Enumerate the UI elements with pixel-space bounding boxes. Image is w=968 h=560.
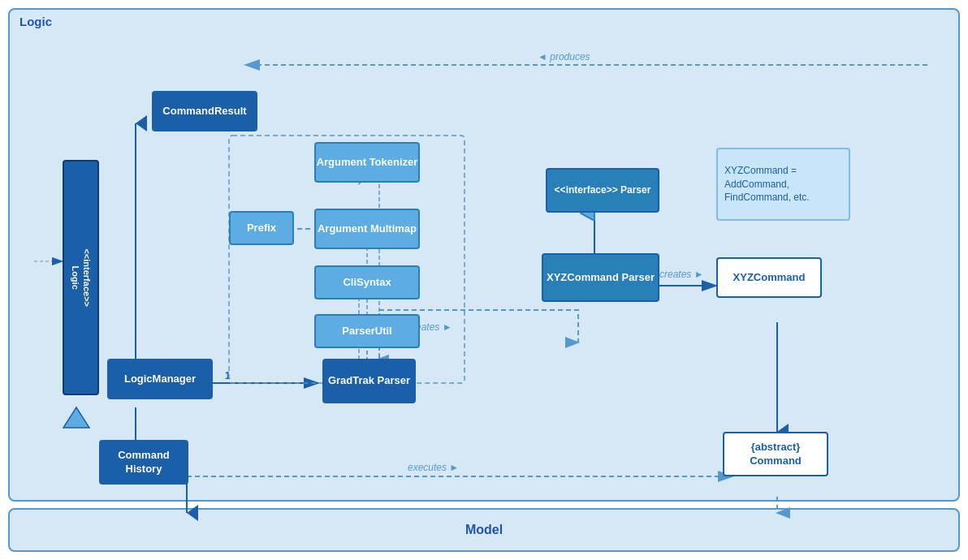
xyz-command-label: XYZCommand bbox=[733, 271, 806, 285]
cli-syntax-box: CliSyntax bbox=[314, 265, 420, 299]
cli-syntax-label: CliSyntax bbox=[343, 276, 391, 290]
prefix-label: Prefix bbox=[247, 222, 276, 235]
command-history-box: Command History bbox=[99, 440, 188, 485]
xyz-command-box: XYZCommand bbox=[716, 257, 822, 298]
command-history-label: Command History bbox=[101, 449, 187, 476]
svg-marker-12 bbox=[63, 407, 89, 428]
interface-parser-box: <<interface>> Parser bbox=[546, 168, 659, 213]
prefix-box: Prefix bbox=[229, 211, 294, 245]
note-label: XYZCommand = AddCommand, FindCommand, et… bbox=[724, 164, 810, 205]
creates2-label: creates ► bbox=[659, 269, 704, 280]
interface-logic-box: <<interface>>Logic bbox=[63, 160, 99, 395]
parser-util-box: ParserUtil bbox=[314, 314, 420, 348]
logic-manager-box: LogicManager bbox=[107, 359, 213, 399]
diagram-container: Logic bbox=[0, 0, 968, 560]
note-box: XYZCommand = AddCommand, FindCommand, et… bbox=[716, 148, 850, 221]
logic-box: Logic bbox=[8, 8, 960, 502]
abstract-command-label: {abstract} Command bbox=[724, 441, 827, 468]
abstract-command-box: {abstract} Command bbox=[723, 432, 828, 476]
argument-tokenizer-box: Argument Tokenizer bbox=[314, 142, 420, 183]
xyz-command-parser-label: XYZCommand Parser bbox=[547, 271, 655, 285]
gradtrak-parser-label: GradTrak Parser bbox=[328, 374, 410, 388]
argument-tokenizer-label: Argument Tokenizer bbox=[317, 156, 418, 170]
argument-multimap-box: Argument Multimap bbox=[314, 209, 420, 249]
command-result-label: CommandResult bbox=[162, 105, 246, 118]
executes-label: executes ► bbox=[408, 462, 459, 473]
model-label: Model bbox=[465, 523, 503, 537]
logic-label: Logic bbox=[19, 15, 52, 28]
logic-manager-label: LogicManager bbox=[124, 373, 196, 386]
command-result-box: CommandResult bbox=[152, 91, 257, 131]
gradtrak-parser-box: GradTrak Parser bbox=[322, 359, 416, 403]
produces-label: ◄ produces bbox=[538, 51, 590, 62]
interface-logic-label: <<interface>>Logic bbox=[69, 248, 93, 307]
xyz-command-parser-box: XYZCommand Parser bbox=[542, 253, 659, 302]
argument-multimap-label: Argument Multimap bbox=[318, 222, 417, 236]
arrows-svg: ◄ produces 1 1 creates ► creates ► execu… bbox=[10, 10, 958, 500]
number-1b: 1 bbox=[225, 370, 231, 381]
interface-parser-label: <<interface>> Parser bbox=[555, 184, 651, 197]
parser-util-label: ParserUtil bbox=[342, 325, 391, 338]
model-box: Model bbox=[8, 508, 960, 552]
